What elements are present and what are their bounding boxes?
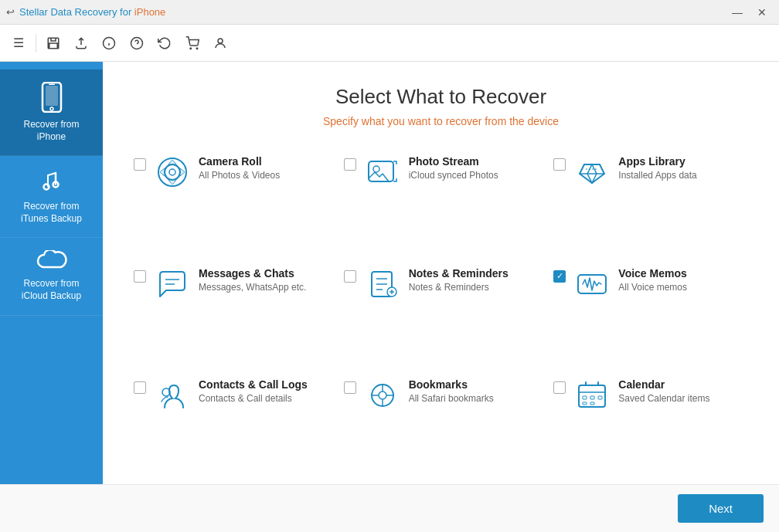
- option-apps-library[interactable]: Apps Library Installed Apps data: [553, 155, 748, 246]
- messages-text: Messages & Chats Messages, WhatsApp etc.: [199, 267, 306, 293]
- page-title: Select What to Recover: [134, 85, 748, 109]
- next-button[interactable]: Next: [678, 494, 764, 523]
- calendar-title: Calendar: [618, 378, 709, 391]
- notes-icon: [366, 267, 400, 301]
- toolbar: ☰: [0, 25, 779, 62]
- messages-icon: [155, 267, 189, 301]
- option-messages[interactable]: Messages & Chats Messages, WhatsApp etc.: [134, 267, 328, 357]
- apps-library-checkbox[interactable]: [553, 158, 566, 171]
- toolbar-separator: [36, 34, 36, 53]
- account-button[interactable]: [208, 31, 233, 56]
- svg-point-11: [50, 107, 53, 110]
- bookmarks-desc: All Safari bookmarks: [409, 393, 494, 404]
- svg-rect-12: [49, 84, 55, 86]
- info-button[interactable]: [97, 31, 121, 56]
- camera-roll-title: Camera Roll: [199, 155, 280, 168]
- main-container: Recover fromiPhone Recover fromiTunes Ba…: [0, 62, 779, 484]
- calendar-desc: Saved Calendar items: [618, 393, 709, 404]
- voice-memos-checkbox[interactable]: [553, 270, 566, 283]
- title-bar-left: ↩ Stellar Data Recovery for iPhone: [6, 6, 165, 18]
- photo-stream-desc: iCloud synced Photos: [409, 170, 498, 181]
- camera-roll-icon: [155, 155, 189, 189]
- bookmarks-title: Bookmarks: [409, 378, 494, 391]
- title-bar: ↩ Stellar Data Recovery for iPhone — ✕: [0, 0, 779, 25]
- footer: Next: [0, 484, 779, 532]
- bookmarks-checkbox[interactable]: [344, 381, 356, 394]
- calendar-checkbox[interactable]: [553, 381, 566, 394]
- save-button[interactable]: [41, 31, 66, 56]
- messages-checkbox[interactable]: [134, 270, 146, 283]
- option-photo-stream[interactable]: Photo Stream iCloud synced Photos: [344, 155, 539, 246]
- notes-title: Notes & Reminders: [409, 267, 509, 280]
- calendar-icon: [575, 378, 609, 412]
- page-subtitle: Specify what you want to recover from th…: [134, 115, 748, 127]
- content-area: Select What to Recover Specify what you …: [103, 62, 779, 484]
- contacts-title: Contacts & Call Logs: [199, 378, 308, 391]
- svg-rect-44: [583, 402, 587, 405]
- apps-library-desc: Installed Apps data: [618, 170, 696, 181]
- contacts-desc: Contacts & Call details: [199, 393, 308, 404]
- svg-rect-42: [590, 396, 594, 399]
- iphone-icon: [39, 82, 64, 113]
- bookmarks-icon: [366, 378, 400, 412]
- svg-rect-18: [369, 161, 393, 181]
- svg-point-6: [190, 48, 192, 49]
- svg-point-7: [196, 48, 198, 49]
- sidebar-item-itunes-label: Recover fromiTunes Backup: [21, 201, 82, 225]
- notes-text: Notes & Reminders Notes & Reminders: [409, 267, 509, 293]
- title-text: Stellar Data Recovery for: [19, 6, 134, 18]
- minimize-button[interactable]: —: [726, 2, 748, 23]
- voice-memos-icon: [575, 267, 609, 301]
- svg-point-13: [43, 185, 49, 190]
- messages-title: Messages & Chats: [199, 267, 306, 280]
- voice-memos-title: Voice Memos: [618, 267, 687, 280]
- sidebar-item-iphone-label: Recover fromiPhone: [23, 119, 79, 143]
- title-bar-title: Stellar Data Recovery for iPhone: [19, 6, 165, 18]
- option-notes[interactable]: Notes & Reminders Notes & Reminders: [344, 267, 539, 357]
- help-button[interactable]: [124, 31, 149, 56]
- svg-point-8: [218, 39, 223, 43]
- option-bookmarks[interactable]: Bookmarks All Safari bookmarks: [344, 378, 539, 469]
- svg-rect-45: [590, 402, 594, 405]
- camera-roll-checkbox[interactable]: [134, 158, 146, 171]
- cart-button[interactable]: [180, 31, 205, 56]
- option-contacts[interactable]: Contacts & Call Logs Contacts & Call det…: [134, 378, 328, 469]
- svg-point-19: [373, 166, 379, 172]
- export-button[interactable]: [69, 31, 94, 56]
- sidebar-item-icloud[interactable]: Recover fromiCloud Backup: [0, 238, 103, 315]
- apps-library-title: Apps Library: [618, 155, 696, 168]
- svg-rect-43: [598, 396, 602, 399]
- sidebar-item-icloud-label: Recover fromiCloud Backup: [22, 278, 81, 302]
- photo-stream-icon: [366, 155, 400, 189]
- menu-button[interactable]: ☰: [6, 31, 31, 56]
- title-highlight: iPhone: [134, 6, 165, 18]
- svg-point-17: [169, 169, 175, 175]
- icloud-icon: [36, 250, 67, 272]
- sidebar-item-itunes[interactable]: Recover fromiTunes Backup: [0, 156, 103, 238]
- options-grid: Camera Roll All Photos & Videos: [134, 155, 748, 469]
- option-camera-roll[interactable]: Camera Roll All Photos & Videos: [134, 155, 328, 246]
- option-calendar[interactable]: Calendar Saved Calendar items: [553, 378, 748, 469]
- messages-desc: Messages, WhatsApp etc.: [199, 282, 306, 293]
- apps-library-text: Apps Library Installed Apps data: [618, 155, 696, 181]
- contacts-checkbox[interactable]: [134, 381, 146, 394]
- option-voice-memos[interactable]: Voice Memos All Voice memos: [553, 267, 748, 357]
- sidebar-item-iphone[interactable]: Recover fromiPhone: [0, 69, 103, 156]
- itunes-icon: [39, 168, 65, 195]
- photo-stream-title: Photo Stream: [409, 155, 498, 168]
- voice-memos-desc: All Voice memos: [618, 282, 687, 293]
- close-button[interactable]: ✕: [751, 2, 773, 23]
- bookmarks-text: Bookmarks All Safari bookmarks: [409, 378, 494, 404]
- voice-memos-text: Voice Memos All Voice memos: [618, 267, 687, 293]
- contacts-icon: [155, 378, 189, 412]
- photo-stream-checkbox[interactable]: [344, 158, 356, 171]
- apps-library-icon: [575, 155, 609, 189]
- photo-stream-text: Photo Stream iCloud synced Photos: [409, 155, 498, 181]
- contacts-text: Contacts & Call Logs Contacts & Call det…: [199, 378, 308, 404]
- notes-checkbox[interactable]: [344, 270, 356, 283]
- camera-roll-text: Camera Roll All Photos & Videos: [199, 155, 280, 181]
- svg-point-32: [379, 391, 386, 399]
- title-bar-controls: — ✕: [726, 2, 773, 23]
- refresh-button[interactable]: [152, 31, 177, 56]
- sidebar: Recover fromiPhone Recover fromiTunes Ba…: [0, 62, 103, 484]
